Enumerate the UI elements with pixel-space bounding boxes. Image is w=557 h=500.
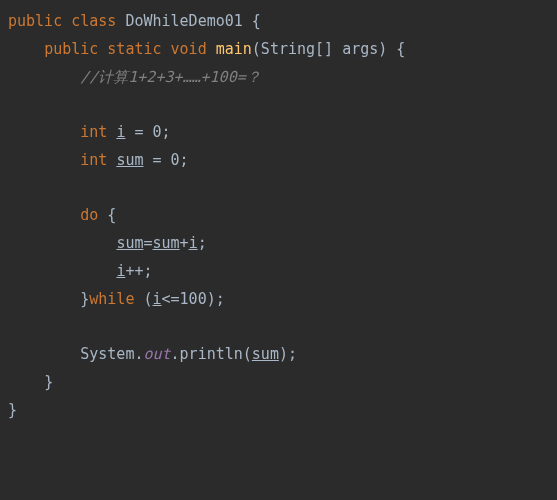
- code-line: //计算1+2+3+……+100=？: [8, 64, 557, 92]
- code-line: sum=sum+i;: [8, 230, 557, 258]
- class-name: DoWhileDemo01: [125, 12, 242, 30]
- code-editor[interactable]: public class DoWhileDemo01 { public stat…: [0, 0, 557, 424]
- keyword: while: [89, 290, 134, 308]
- code-line: i++;: [8, 258, 557, 286]
- keyword: public: [44, 40, 98, 58]
- code-line: }: [8, 397, 557, 425]
- keyword: int: [80, 123, 107, 141]
- code-line: System.out.println(sum);: [8, 341, 557, 369]
- class-ref: System.: [80, 345, 143, 363]
- blank-line: [8, 91, 557, 119]
- variable: sum: [252, 345, 279, 363]
- variable: sum: [153, 234, 180, 252]
- number: 0: [153, 123, 162, 141]
- brace: {: [98, 206, 116, 224]
- brace: {: [252, 12, 261, 30]
- keyword: int: [80, 151, 107, 169]
- brace: }: [44, 373, 53, 391]
- code-line: int sum = 0;: [8, 147, 557, 175]
- code-line: int i = 0;: [8, 119, 557, 147]
- variable: sum: [116, 234, 143, 252]
- blank-line: [8, 313, 557, 341]
- code-line: do {: [8, 202, 557, 230]
- comment: //计算1+2+3+……+100=？: [80, 68, 260, 86]
- keyword: public: [8, 12, 62, 30]
- keyword: static: [107, 40, 161, 58]
- code-line: }while (i<=100);: [8, 286, 557, 314]
- brace: }: [80, 290, 89, 308]
- variable: i: [189, 234, 198, 252]
- params: (String[] args) {: [252, 40, 406, 58]
- variable: sum: [116, 151, 143, 169]
- brace: }: [8, 401, 17, 419]
- number: 100: [180, 290, 207, 308]
- code-line: }: [8, 369, 557, 397]
- blank-line: [8, 175, 557, 203]
- keyword: do: [80, 206, 98, 224]
- method-name: main: [216, 40, 252, 58]
- variable: i: [153, 290, 162, 308]
- method-call: println: [180, 345, 243, 363]
- keyword: void: [171, 40, 207, 58]
- code-line: public static void main(String[] args) {: [8, 36, 557, 64]
- number: 0: [171, 151, 180, 169]
- field: out: [143, 345, 170, 363]
- code-line: public class DoWhileDemo01 {: [8, 8, 557, 36]
- keyword: class: [71, 12, 116, 30]
